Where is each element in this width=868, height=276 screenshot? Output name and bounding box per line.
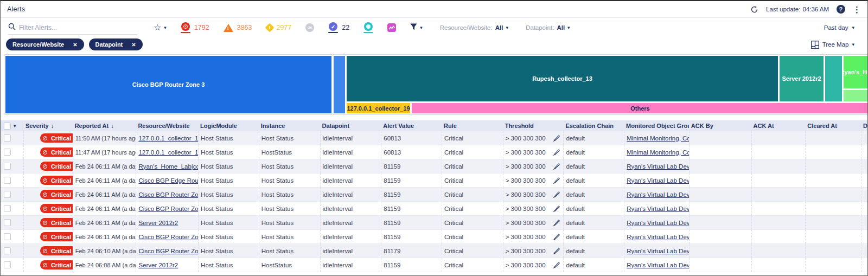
datapoint-dropdown[interactable]: Datapoint: All ▾ <box>526 24 570 31</box>
treemap-block[interactable]: Ryan's_H... <box>844 56 868 88</box>
advanced-filter-button[interactable]: ▾ <box>410 23 423 33</box>
row-checkbox[interactable] <box>4 134 11 142</box>
refresh-icon[interactable] <box>750 5 758 14</box>
row-checkbox[interactable] <box>4 233 11 240</box>
col-datapoint[interactable]: Datapoint <box>320 120 381 131</box>
edit-threshold-icon[interactable] <box>553 191 560 198</box>
close-icon[interactable]: ✕ <box>131 42 136 48</box>
groups-cell: Minimal Monitoring, Colle... <box>624 145 689 159</box>
row-checkbox[interactable] <box>4 247 11 254</box>
resource-link[interactable]: Ryan's_Home_Lab|collect... <box>138 163 198 170</box>
resource-link[interactable]: 127.0.0.1_collector_19 <box>138 135 198 142</box>
resource-link[interactable]: Server 2012r2 <box>138 220 178 226</box>
col-threshold[interactable]: Threshold <box>503 120 564 131</box>
treemap-block[interactable] <box>844 90 868 101</box>
resource-link[interactable]: Cisco BGP Router Zone 3 <box>138 191 198 198</box>
col-alert-value[interactable]: Alert Value <box>381 120 442 131</box>
edit-threshold-icon[interactable] <box>553 177 560 184</box>
row-checkbox[interactable] <box>4 261 11 268</box>
col-resource-website[interactable]: Resource/Website <box>136 120 198 131</box>
monitored-object-groups-link[interactable]: Minimal Monitoring, Colle... <box>627 149 689 156</box>
monitored-object-groups-link[interactable]: Ryan's Virtual Lab Devices <box>627 234 689 240</box>
row-checkbox[interactable] <box>4 219 11 226</box>
edit-threshold-icon[interactable] <box>553 261 560 268</box>
help-icon[interactable]: ? <box>837 5 845 14</box>
monitored-object-groups-link[interactable]: Ryan's Virtual Lab Devices <box>627 191 689 198</box>
col-logicmodule[interactable]: LogicModule <box>198 120 259 131</box>
instance-cell: Host Status <box>259 174 320 187</box>
row-checkbox[interactable] <box>4 177 11 184</box>
col-severity[interactable]: Severity↓ <box>23 120 73 131</box>
edit-threshold-icon[interactable] <box>553 233 560 240</box>
resource-link[interactable]: Server 2012r2 <box>138 262 178 268</box>
row-checkbox[interactable] <box>4 163 11 170</box>
monitored-object-groups-link[interactable]: Ryan's Virtual Lab Devices... <box>627 262 689 268</box>
time-range-value: Past day <box>824 24 848 31</box>
chip-datapoint[interactable]: Datapoint ✕ <box>89 38 143 50</box>
select-all-checkbox[interactable] <box>4 123 11 130</box>
monitored-object-groups-link[interactable]: Minimal Monitoring, Colle... <box>627 135 689 142</box>
acked-filter[interactable]: ✓ 22 <box>328 22 349 33</box>
treemap-block[interactable] <box>334 56 345 113</box>
treemap-block[interactable]: Others <box>412 103 868 113</box>
error-severity-icon: ! <box>265 23 274 33</box>
treemap-block[interactable]: Rupesh_collector_13 <box>347 56 778 101</box>
reported-at-cell: 11:47 AM(17 hours ago) <box>73 145 136 159</box>
monitored-object-groups-link[interactable]: Ryan's Virtual Lab Devices... <box>627 163 689 170</box>
kebab-menu-icon[interactable]: ⋮ <box>853 5 861 14</box>
search-input[interactable] <box>19 24 137 31</box>
resource-link[interactable]: Cisco BGP Router Zone 7 <box>138 206 198 212</box>
search-icon <box>8 23 16 33</box>
edit-threshold-icon[interactable] <box>553 163 560 170</box>
search-field[interactable] <box>8 21 137 35</box>
edit-threshold-icon[interactable] <box>553 247 560 254</box>
monitored-object-groups-link[interactable]: Ryan's Virtual Lab Devices <box>627 206 689 212</box>
col-instance[interactable]: Instance <box>259 120 320 131</box>
table-header-row: ▾ Severity↓ Reported At↓ Resource/Websit… <box>1 120 867 131</box>
resource-website-dropdown[interactable]: Resource/Website: All ▾ <box>440 24 508 31</box>
error-filter[interactable]: ! 2977 <box>266 24 292 31</box>
anomaly-filter[interactable] <box>387 23 396 32</box>
saved-filters-button[interactable]: ☆ ▾ <box>154 23 167 32</box>
view-selector-dropdown[interactable]: Tree Map ▾ <box>811 41 854 49</box>
treemap-block[interactable]: Cisco BGP Router Zone 3 <box>5 56 331 113</box>
chip-resource-website[interactable]: Resource/Website ✕ <box>6 38 84 50</box>
close-icon[interactable]: ✕ <box>73 42 77 48</box>
edit-threshold-icon[interactable] <box>553 134 560 142</box>
selection-menu-caret-icon[interactable]: ▾ <box>14 123 16 129</box>
resource-link[interactable]: 127.0.0.1_collector_19 <box>138 149 198 156</box>
col-rule[interactable]: Rule <box>442 120 503 131</box>
monitored-object-groups-link[interactable]: Ryan's Virtual Lab Devices... <box>627 220 689 226</box>
treemap-block[interactable]: 127.0.0.1_collector_19 <box>347 103 410 113</box>
critical-filter[interactable]: 1792 <box>181 22 209 33</box>
col-ack-at[interactable]: ACK At <box>751 120 806 131</box>
critical-badge: Critical <box>40 260 73 269</box>
sdt-filter[interactable] <box>363 22 373 33</box>
col-monitored-object-groups[interactable]: Monitored Object Groups <box>624 120 689 131</box>
edit-threshold-icon[interactable] <box>553 219 560 226</box>
col-ack-by[interactable]: ACK By <box>689 120 751 131</box>
ack-at-cell <box>751 244 806 258</box>
monitored-object-groups-link[interactable]: Ryan's Virtual Lab Devices <box>627 248 689 254</box>
col-cleared-at[interactable]: Cleared At <box>805 120 861 131</box>
critical-badge: Critical <box>40 204 73 213</box>
row-checkbox[interactable] <box>4 205 11 212</box>
time-range-dropdown[interactable]: Past day ▾ <box>824 24 854 31</box>
warning-filter[interactable]: 3863 <box>224 24 252 32</box>
threshold-value: > 300 300 300 <box>506 177 546 184</box>
cleared-filter[interactable]: OK <box>305 23 314 32</box>
col-escalation-chain[interactable]: Escalation Chain <box>563 120 624 131</box>
resource-link[interactable]: Cisco BGP Router Zone 2 <box>138 248 198 254</box>
resource-link[interactable]: Cisco BGP Edge Router Z... <box>138 177 198 184</box>
monitored-object-groups-link[interactable]: Ryan's Virtual Lab Devices <box>627 177 689 184</box>
col-reported-at[interactable]: Reported At↓ <box>73 120 136 131</box>
row-checkbox[interactable] <box>4 149 11 156</box>
treemap-block[interactable]: Server 2012r2 <box>780 56 824 101</box>
edit-threshold-icon[interactable] <box>553 205 560 212</box>
col-cut-off[interactable]: D <box>861 120 867 131</box>
treemap-block[interactable] <box>825 56 842 101</box>
acked-active-underline <box>328 32 338 33</box>
edit-threshold-icon[interactable] <box>553 149 560 156</box>
resource-link[interactable]: Cisco BGP Router Zone 5 <box>138 234 198 240</box>
row-checkbox[interactable] <box>4 191 11 198</box>
